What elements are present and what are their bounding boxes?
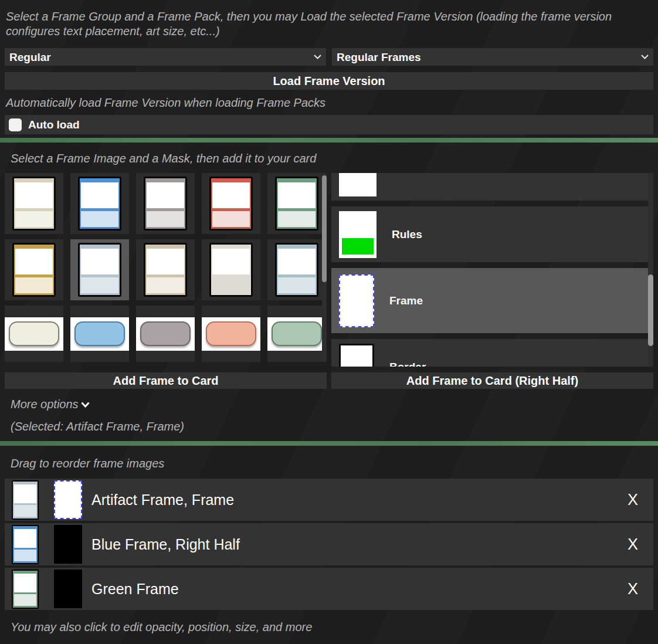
card-textbox-area	[278, 277, 316, 293]
frame-group-select[interactable]: Regular	[5, 48, 326, 66]
card-art-area	[278, 249, 316, 274]
blue-title-pill-cell[interactable]	[70, 306, 129, 362]
red-title-pill-cell[interactable]	[202, 306, 260, 362]
red-frame-cell[interactable]	[202, 173, 260, 234]
card-textbox-area	[278, 211, 316, 227]
gold-frame-cell[interactable]	[5, 239, 63, 300]
gold-frame-thumbnail	[12, 243, 56, 297]
auto-load-hint: Automatically load Frame Version when lo…	[6, 96, 653, 110]
mask-label: Border	[389, 361, 426, 367]
frame-grid-scrollbar[interactable]	[322, 173, 327, 362]
frame-layer-row[interactable]: Artifact Frame, FrameX	[5, 479, 653, 521]
section-divider	[0, 138, 658, 143]
colored-artifact-frame-thumbnail	[275, 243, 318, 297]
title-pill-shape	[74, 321, 125, 346]
title-pill-shape	[272, 321, 322, 346]
parchment-frame-cell[interactable]	[136, 239, 195, 300]
card-art-area	[147, 249, 184, 274]
card-art-area	[81, 249, 118, 274]
chevron-down-icon	[314, 55, 321, 59]
card-textbox-area	[14, 550, 36, 561]
load-frame-version-button[interactable]: Load Frame Version	[5, 72, 653, 90]
add-frame-button-row: Add Frame to Card Add Frame to Card (Rig…	[5, 372, 653, 389]
blue-frame-thumbnail	[78, 177, 121, 231]
layer-label: Blue Frame, Right Half	[91, 536, 628, 553]
green-title-pill-cell[interactable]	[267, 306, 326, 362]
green-frame-thumbnail	[275, 177, 318, 231]
frame-version-intro: Select a Frame Group and a Frame Pack, t…	[6, 9, 619, 39]
card-textbox-area	[147, 211, 184, 227]
red-title-pill-thumbnail	[202, 317, 260, 351]
plain-white-frame-cell[interactable]	[202, 239, 260, 300]
card-textbox-area	[147, 277, 184, 293]
green-frame-cell[interactable]	[267, 173, 326, 234]
more-options-label: More options	[11, 397, 79, 412]
mask-label: Frame	[389, 294, 423, 307]
remove-frame-button[interactable]: X	[628, 535, 638, 554]
white-title-pill-cell[interactable]	[5, 306, 63, 362]
card-art-area	[147, 182, 184, 208]
frame-picker-section: Select a Frame Image and a Mask, then ad…	[0, 151, 658, 434]
silver-title-pill-thumbnail	[136, 317, 195, 351]
card-art-area	[212, 182, 250, 208]
scrollbar-thumb[interactable]	[322, 175, 327, 282]
red-frame-thumbnail	[209, 177, 253, 231]
artifact-frame-cell[interactable]	[70, 239, 129, 300]
frame-group-select-wrap: Regular	[5, 48, 326, 66]
card-art-area	[14, 574, 36, 592]
add-frame-button[interactable]: Add Frame to Card	[5, 372, 327, 389]
card-textbox-area	[212, 277, 250, 293]
card-art-area	[14, 529, 36, 548]
frame-layer-row[interactable]: Blue Frame, Right HalfX	[5, 523, 653, 565]
card-art-area	[15, 249, 53, 274]
card-art-area	[15, 182, 53, 208]
border-mask-thumbnail	[339, 344, 374, 367]
auto-load-label: Auto load	[28, 118, 80, 131]
silver-frame-cell[interactable]	[136, 173, 195, 234]
mask-list: RulesFrameBorder	[331, 173, 648, 367]
mask-mask-thumbnail	[339, 173, 377, 196]
card-textbox-area	[212, 211, 250, 227]
frame-image-column	[5, 173, 327, 367]
blue-frame-cell[interactable]	[70, 173, 129, 234]
layer-mask-thumbnail	[54, 480, 82, 519]
frame-picker-columns: RulesFrameBorder	[5, 173, 653, 367]
white-frame-cell[interactable]	[5, 173, 63, 234]
title-pill-shape	[9, 321, 59, 346]
frame-version-section: Select a Frame Group and a Frame Pack, t…	[0, 9, 658, 134]
auto-load-toggle[interactable]: Auto load	[5, 115, 653, 134]
mask-item-border[interactable]: Border	[331, 339, 648, 367]
add-frame-right-half-button[interactable]: Add Frame to Card (Right Half)	[331, 372, 653, 389]
card-textbox-area	[15, 211, 53, 227]
frame-picker-hint: Select a Frame Image and a Mask, then ad…	[11, 151, 653, 166]
parchment-frame-thumbnail	[144, 243, 187, 297]
scrollbar-thumb[interactable]	[648, 274, 653, 346]
card-textbox-area	[14, 594, 36, 606]
card-textbox-area	[15, 277, 53, 293]
card-art-area	[81, 182, 118, 208]
mask-item[interactable]	[331, 173, 648, 201]
silver-title-pill-cell[interactable]	[136, 306, 195, 362]
section-divider	[0, 441, 658, 446]
rules-mask-thumbnail	[339, 211, 377, 258]
mask-list-column: RulesFrameBorder	[331, 173, 653, 367]
title-pill-shape	[206, 321, 256, 346]
more-options-toggle[interactable]: More options	[11, 397, 90, 412]
artifact-frame-thumbnail	[78, 243, 121, 297]
mask-list-scrollbar[interactable]	[648, 173, 653, 367]
frame-select-row: Regular Regular Frames	[5, 48, 653, 66]
selected-caption: (Selected: Artifact Frame, Frame)	[11, 419, 653, 434]
remove-frame-button[interactable]: X	[628, 491, 638, 509]
rules-green-band	[342, 238, 374, 255]
frame-layer-row[interactable]: Green FrameX	[5, 568, 653, 610]
frame-pack-select[interactable]: Regular Frames	[332, 48, 653, 66]
auto-load-checkbox[interactable]	[9, 118, 22, 131]
mask-item-rules[interactable]: Rules	[331, 206, 648, 262]
chevron-down-icon	[81, 402, 90, 408]
frame-layers-section: Drag to reorder frame images Artifact Fr…	[0, 456, 658, 635]
colored-artifact-frame-cell[interactable]	[267, 239, 326, 300]
mask-item-frame[interactable]: Frame	[331, 268, 648, 333]
layer-mask-thumbnail	[54, 570, 82, 608]
remove-frame-button[interactable]: X	[628, 580, 638, 598]
card-textbox-area	[14, 505, 36, 517]
